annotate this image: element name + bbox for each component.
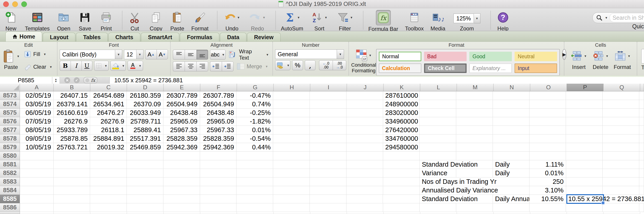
cell-G8579[interactable]: 0.44% bbox=[236, 143, 273, 152]
row-header-8582[interactable]: 8582 bbox=[0, 169, 20, 177]
cell-L8585[interactable]: Standard Deviation bbox=[420, 195, 456, 203]
cell-J8585[interactable] bbox=[346, 195, 383, 203]
cell-P8573[interactable] bbox=[566, 91, 602, 100]
cell-E8584[interactable] bbox=[164, 186, 200, 195]
row-header-8576[interactable]: 8576 bbox=[0, 117, 20, 126]
cell-D8574[interactable]: 26370.09 bbox=[127, 100, 164, 109]
toolbar-save-button[interactable]: Save bbox=[78, 10, 92, 31]
cell-A8586[interactable] bbox=[20, 203, 54, 212]
cell-D8585[interactable] bbox=[127, 195, 164, 203]
cell-partial[interactable] bbox=[54, 212, 90, 214]
cell-F8580[interactable] bbox=[200, 152, 237, 160]
toolbar-filter-button[interactable]: ▼Filter bbox=[336, 10, 354, 31]
cell-A8581[interactable] bbox=[20, 160, 54, 169]
cell-Q8578[interactable] bbox=[602, 134, 639, 143]
bold-button[interactable]: B bbox=[60, 61, 70, 71]
cell-N8586[interactable] bbox=[493, 203, 530, 212]
column-header-I[interactable]: I bbox=[310, 84, 347, 91]
cell-H8576[interactable] bbox=[273, 117, 310, 126]
cell-Q8577[interactable] bbox=[602, 126, 639, 134]
cell-style-good[interactable]: Good bbox=[469, 52, 512, 61]
cell-B8575[interactable]: 26160.619 bbox=[54, 109, 90, 117]
insert-cells-button[interactable]: ▼ Insert bbox=[568, 49, 590, 70]
cell-partial[interactable] bbox=[420, 212, 457, 214]
cell-I8575[interactable] bbox=[310, 109, 346, 117]
cell-G8573[interactable]: -0.47% bbox=[236, 91, 273, 100]
currency-format-button[interactable]: ▼ bbox=[275, 60, 290, 70]
cell-G8585[interactable] bbox=[236, 195, 273, 203]
row-header-8574[interactable]: 8574 bbox=[0, 100, 20, 109]
cell-B8576[interactable]: 26276.9 bbox=[54, 117, 90, 126]
cell-L8583[interactable]: Nos of Days in Trading Yr bbox=[420, 177, 456, 186]
cell-A8573[interactable]: 02/05/19 bbox=[20, 91, 54, 100]
toolbar-sort-button[interactable]: AZ▼Sort bbox=[310, 10, 329, 31]
cell-L8577[interactable] bbox=[420, 126, 456, 134]
cell-E8579[interactable]: 25942.369 bbox=[164, 143, 200, 152]
cell-P8577[interactable] bbox=[566, 126, 602, 134]
cell-partial[interactable] bbox=[530, 212, 567, 214]
cell-E8578[interactable]: 25828.359 bbox=[164, 134, 200, 143]
cell-E8583[interactable] bbox=[164, 177, 200, 186]
cell-I8582[interactable] bbox=[310, 169, 346, 177]
cell-F8581[interactable] bbox=[200, 160, 237, 169]
cell-M8586[interactable] bbox=[456, 203, 493, 212]
cell-I8584[interactable] bbox=[310, 186, 346, 195]
cell-partial[interactable] bbox=[127, 212, 164, 214]
toolbar-print-button[interactable]: Print bbox=[99, 10, 113, 31]
toolbar-paste-button[interactable]: Paste bbox=[170, 10, 184, 31]
cell-style-input[interactable]: Input bbox=[514, 63, 557, 73]
row-header-8580[interactable]: 8580 bbox=[0, 152, 20, 160]
cell-Q8586[interactable] bbox=[602, 203, 639, 212]
cell-partial[interactable] bbox=[457, 212, 494, 214]
cell-I8577[interactable] bbox=[310, 126, 346, 134]
column-header-Q[interactable]: Q bbox=[604, 84, 640, 91]
cell-O8581[interactable]: 1.11% bbox=[530, 160, 566, 169]
cell-partial[interactable] bbox=[639, 134, 644, 143]
cell-N8582[interactable]: Daily bbox=[493, 169, 530, 177]
cell-N8577[interactable] bbox=[493, 126, 530, 134]
increase-decimal-button[interactable]: .00→.0 bbox=[333, 60, 346, 70]
toolbar-toolbox-button[interactable]: Toolbox bbox=[405, 10, 424, 31]
tab-formulas[interactable]: Formulas bbox=[180, 33, 220, 42]
cell-G8575[interactable]: -0.25% bbox=[236, 109, 273, 117]
tab-data[interactable]: Data bbox=[220, 33, 246, 42]
cell-style-normal[interactable]: Normal bbox=[379, 52, 421, 61]
cell-Q8583[interactable] bbox=[602, 177, 639, 186]
zoom-level-select[interactable]: 125%▼ bbox=[454, 14, 480, 23]
search-box[interactable]: ▼ bbox=[592, 12, 644, 23]
cell-D8582[interactable] bbox=[127, 169, 164, 177]
cell-J8576[interactable] bbox=[346, 117, 383, 126]
cell-partial[interactable] bbox=[639, 109, 644, 117]
cell-P8586[interactable] bbox=[566, 203, 602, 212]
cell-K8580[interactable] bbox=[383, 152, 420, 160]
toolbar-autosum-button[interactable]: Σ▼AutoSum bbox=[281, 10, 303, 31]
cell-Q8575[interactable] bbox=[602, 109, 639, 117]
cell-Q8573[interactable] bbox=[602, 91, 639, 100]
select-all-corner[interactable] bbox=[0, 84, 20, 91]
format-cells-button[interactable]: ▼ Format bbox=[612, 49, 633, 70]
cell-L8575[interactable] bbox=[420, 109, 456, 117]
cell-E8582[interactable] bbox=[164, 169, 200, 177]
toolbar-open-button[interactable]: Open bbox=[56, 10, 71, 31]
cell-C8579[interactable]: 26019.32 bbox=[90, 143, 127, 152]
increase-indent-button[interactable] bbox=[222, 61, 234, 71]
cell-A8575[interactable]: 06/05/19 bbox=[20, 109, 54, 117]
cell-K8586[interactable] bbox=[383, 203, 420, 212]
cell-M8575[interactable] bbox=[456, 109, 493, 117]
cell-I8586[interactable] bbox=[310, 203, 346, 212]
row-header-8584[interactable]: 8584 bbox=[0, 186, 20, 195]
cell-L8574[interactable] bbox=[420, 100, 456, 109]
cell-partial[interactable] bbox=[639, 160, 644, 169]
cell-L8580[interactable] bbox=[420, 152, 456, 160]
cell-E8577[interactable]: 25967.33 bbox=[164, 126, 200, 134]
cell-B8573[interactable]: 26407.15 bbox=[54, 91, 90, 100]
cell-M8574[interactable] bbox=[456, 100, 493, 109]
cell-N8573[interactable] bbox=[493, 91, 530, 100]
cell-A8584[interactable] bbox=[20, 186, 54, 195]
cell-O8579[interactable] bbox=[530, 143, 566, 152]
cell-M8582[interactable] bbox=[456, 169, 493, 177]
cell-partial[interactable] bbox=[274, 212, 310, 214]
toolbar-help-button[interactable]: ?Help bbox=[496, 10, 510, 31]
cell-F8577[interactable]: 25967.33 bbox=[200, 126, 237, 134]
cell-K8581[interactable] bbox=[383, 160, 420, 169]
